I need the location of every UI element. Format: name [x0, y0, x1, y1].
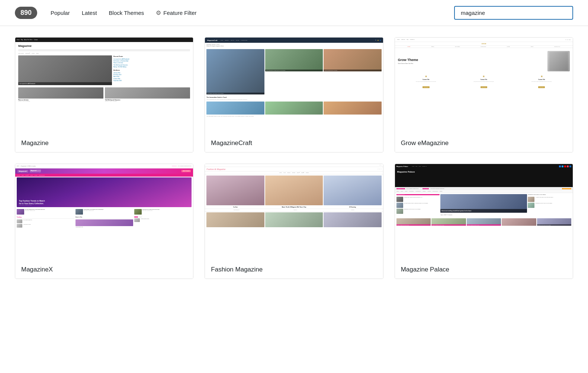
mockup-grow: Home About Me Help Contact Us f t in rss: [395, 38, 573, 134]
nav-block-themes[interactable]: Block Themes: [105, 7, 149, 18]
nav-popular[interactable]: Popular: [46, 7, 74, 18]
mockup-magazine: Home Blog About The Title ▾ Contact Maga…: [15, 38, 193, 134]
nav-links: Popular Latest Block Themes ⚙ Feature Fi…: [46, 7, 201, 19]
theme-preview-palace: Magazine Palace Home Blog About Contact …: [395, 164, 573, 261]
theme-preview-magazinex: 10°C | September 3, 2023 in London TREND…: [15, 164, 193, 261]
theme-preview-grow: Home About Me Help Contact Us f t in rss: [395, 38, 573, 134]
theme-name-grow: Grow eMagazine: [395, 134, 573, 152]
nav-latest[interactable]: Latest: [77, 7, 102, 18]
theme-name-magazinex: MagazineX: [15, 261, 193, 279]
mockup-magazinecraft: MagazineCraft HOME GENERAL HEALTH TRAVEL…: [205, 38, 383, 134]
mockup-fashion: □ □ × Fashion & Magazine f t in p: [205, 164, 383, 261]
theme-count-badge: 890: [15, 7, 37, 19]
theme-preview-magazinecraft: MagazineCraft HOME GENERAL HEALTH TRAVEL…: [205, 38, 383, 134]
header: 890 Popular Latest Block Themes ⚙ Featur…: [0, 0, 588, 26]
mockup-palace: Magazine Palace Home Blog About Contact …: [395, 164, 573, 261]
theme-name-fashion: Fashion Magazine: [205, 261, 383, 279]
gear-icon: ⚙: [156, 9, 161, 16]
search-input[interactable]: [454, 6, 573, 20]
theme-name-palace: Magazine Palace: [395, 261, 573, 279]
theme-name-magazinecraft: MagazineCraft: [205, 134, 383, 152]
themes-grid: Home Blog About The Title ▾ Contact Maga…: [15, 37, 573, 279]
feature-filter-button[interactable]: ⚙ Feature Filter: [151, 7, 201, 19]
theme-card-magazinecraft[interactable]: MagazineCraft HOME GENERAL HEALTH TRAVEL…: [205, 37, 383, 152]
theme-card-magazine[interactable]: Home Blog About The Title ▾ Contact Maga…: [15, 37, 193, 152]
search-wrapper: [454, 6, 573, 20]
theme-card-fashion[interactable]: □ □ × Fashion & Magazine f t in p: [205, 164, 383, 279]
theme-card-palace[interactable]: Magazine Palace Home Blog About Contact …: [395, 164, 573, 279]
theme-preview-magazine: Home Blog About The Title ▾ Contact Maga…: [15, 38, 193, 134]
theme-card-magazinex[interactable]: 10°C | September 3, 2023 in London TREND…: [15, 164, 193, 279]
theme-preview-fashion: □ □ × Fashion & Magazine f t in p: [205, 164, 383, 261]
mockup-magazinex: 10°C | September 3, 2023 in London TREND…: [15, 164, 193, 261]
main-content: Home Blog About The Title ▾ Contact Maga…: [0, 26, 588, 290]
theme-name-magazine: Magazine: [15, 134, 193, 152]
theme-card-grow[interactable]: Home About Me Help Contact Us f t in rss: [395, 37, 573, 152]
page-wrapper: 890 Popular Latest Block Themes ⚙ Featur…: [0, 0, 588, 373]
feature-filter-label: Feature Filter: [163, 10, 196, 16]
